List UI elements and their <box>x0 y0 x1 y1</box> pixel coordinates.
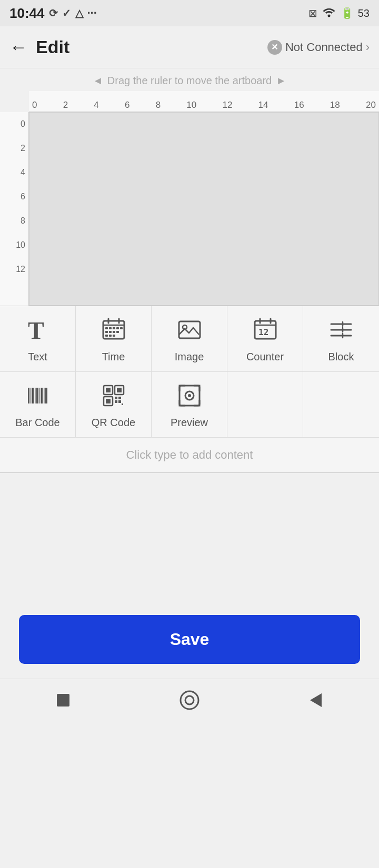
canvas-section: 0 2 4 6 8 10 12 <box>0 112 379 306</box>
tool-hint: Click type to add content <box>0 438 379 472</box>
text-icon: T <box>26 318 50 346</box>
svg-rect-37 <box>41 388 43 403</box>
check-icon: ✓ <box>62 7 71 19</box>
connection-label: Not Connected <box>285 41 363 54</box>
nav-home-button[interactable] <box>176 687 203 713</box>
barcode-label: Bar Code <box>15 417 60 429</box>
text-label: Text <box>28 351 47 363</box>
screen-icon: ⊠ <box>308 7 317 19</box>
svg-rect-6 <box>105 327 108 329</box>
svg-rect-36 <box>39 388 41 403</box>
svg-point-56 <box>185 696 194 704</box>
h-ruler: 0 2 4 6 8 10 12 14 16 18 20 <box>29 91 379 112</box>
tool-image[interactable]: Image <box>152 306 227 372</box>
svg-point-55 <box>181 691 198 709</box>
tool-counter[interactable]: 12 Counter <box>227 306 303 372</box>
artboard-canvas[interactable] <box>29 112 379 306</box>
svg-rect-47 <box>118 397 121 399</box>
header: ← Edit ✕ Not Connected › <box>0 26 379 68</box>
back-button[interactable]: ← <box>9 37 27 57</box>
connection-icon: ✕ <box>267 40 282 55</box>
svg-rect-7 <box>109 327 112 329</box>
status-time: 10:44 <box>9 5 45 22</box>
qrcode-icon <box>102 383 126 411</box>
svg-point-53 <box>188 394 191 397</box>
right-arrow-icon: ► <box>276 75 286 87</box>
qrcode-label: QR Code <box>92 417 135 429</box>
svg-rect-39 <box>45 388 47 403</box>
tool-time[interactable]: Time <box>76 306 152 372</box>
tool-text[interactable]: T Text <box>0 306 76 372</box>
tool-grid-row2: Bar Code QR Code <box>0 372 379 438</box>
block-label: Block <box>328 351 354 363</box>
svg-rect-12 <box>109 331 112 333</box>
counter-icon: 12 <box>253 318 277 346</box>
tool-empty-2 <box>303 372 379 438</box>
wifi-icon <box>322 6 336 21</box>
status-bar: 10:44 ⟳ ✓ △ ··· ⊠ 🔋 53 <box>0 0 379 26</box>
svg-rect-43 <box>117 388 122 392</box>
page-title: Edit <box>36 37 267 57</box>
sync-icon: ⟳ <box>49 7 58 19</box>
svg-rect-38 <box>44 388 45 403</box>
tool-preview[interactable]: Preview <box>152 372 227 438</box>
barcode-icon <box>26 383 50 411</box>
tool-grid-container: T Text <box>0 306 379 473</box>
counter-label: Counter <box>246 351 284 363</box>
svg-rect-17 <box>113 335 115 337</box>
svg-rect-35 <box>36 388 38 403</box>
tool-qrcode[interactable]: QR Code <box>76 372 152 438</box>
svg-text:12: 12 <box>258 327 268 337</box>
time-label: Time <box>102 351 125 363</box>
svg-rect-14 <box>116 331 119 333</box>
ruler-hint: ◄ Drag the ruler to move the artboard ► <box>0 68 379 91</box>
tool-barcode[interactable]: Bar Code <box>0 372 76 438</box>
preview-label: Preview <box>171 417 208 429</box>
ruler-corner <box>0 91 29 112</box>
battery-percent: 53 <box>358 7 370 19</box>
svg-rect-46 <box>115 397 117 399</box>
more-icon: ··· <box>87 6 97 20</box>
v-ruler: 0 2 4 6 8 10 12 <box>0 112 29 306</box>
nav-stop-button[interactable] <box>50 687 76 713</box>
svg-rect-31 <box>28 388 29 403</box>
block-icon <box>329 318 353 346</box>
connection-status[interactable]: ✕ Not Connected › <box>267 40 370 55</box>
svg-rect-49 <box>118 400 121 403</box>
nav-back-button[interactable] <box>303 687 329 713</box>
artboard-area: ◄ Drag the ruler to move the artboard ► … <box>0 68 379 306</box>
svg-rect-10 <box>120 327 123 329</box>
svg-point-0 <box>327 15 330 17</box>
svg-rect-50 <box>122 403 123 405</box>
svg-rect-32 <box>31 388 32 403</box>
svg-rect-34 <box>35 388 36 403</box>
save-button[interactable]: Save <box>19 615 360 664</box>
spacer <box>0 473 379 604</box>
tool-block[interactable]: Block <box>303 306 379 372</box>
bottom-nav <box>0 679 379 721</box>
svg-rect-54 <box>57 694 69 706</box>
svg-rect-16 <box>109 335 112 337</box>
svg-rect-15 <box>105 335 108 337</box>
tool-grid-row1: T Text <box>0 306 379 372</box>
svg-rect-45 <box>106 399 111 403</box>
chevron-right-icon: › <box>366 41 370 54</box>
image-label: Image <box>175 351 204 363</box>
svg-marker-57 <box>310 693 322 707</box>
svg-rect-11 <box>105 331 108 333</box>
svg-rect-33 <box>32 388 34 403</box>
svg-rect-9 <box>116 327 119 329</box>
svg-rect-41 <box>106 388 111 392</box>
svg-rect-8 <box>113 327 115 329</box>
svg-rect-18 <box>179 321 200 338</box>
save-section: Save <box>0 604 379 679</box>
svg-text:T: T <box>28 318 44 342</box>
left-arrow-icon: ◄ <box>93 75 103 87</box>
h-ruler-container: 0 2 4 6 8 10 12 14 16 18 20 <box>0 91 379 112</box>
cloud-icon: △ <box>75 7 83 19</box>
image-icon <box>177 318 202 346</box>
time-icon <box>102 318 126 346</box>
preview-icon <box>177 383 202 411</box>
svg-rect-13 <box>113 331 115 333</box>
tool-empty-1 <box>227 372 303 438</box>
